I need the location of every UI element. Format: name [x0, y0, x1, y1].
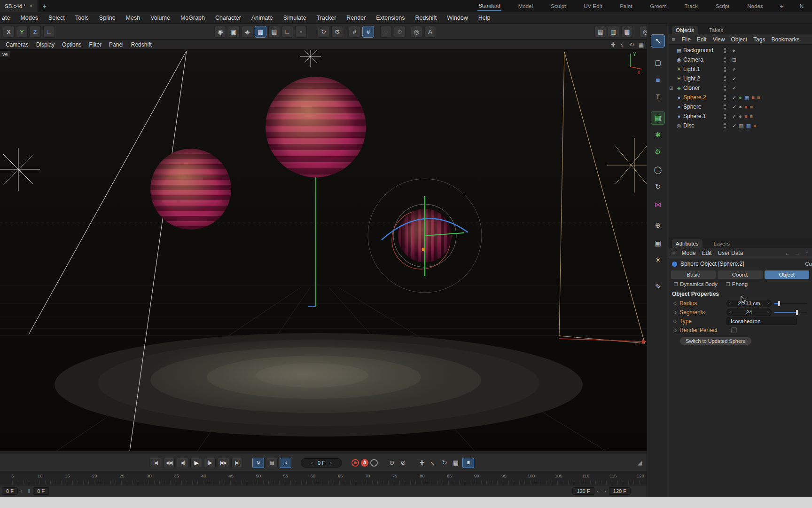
text-object-icon[interactable]: T	[651, 90, 665, 103]
menu-mesh[interactable]: Mesh	[126, 15, 141, 21]
camera-tag-icon[interactable]: ⊡	[732, 57, 736, 63]
loop-playback-icon[interactable]: ↻	[252, 458, 264, 468]
record-rotation-icon[interactable]: ↻	[440, 459, 449, 466]
add-layout-icon[interactable]: +	[780, 2, 784, 10]
axis-workplane-icon[interactable]: ↻	[651, 180, 665, 193]
axis-mode-icon[interactable]: ∟	[281, 26, 293, 38]
om-menu-file[interactable]: File	[682, 36, 691, 43]
check-tag-icon[interactable]: ✓	[732, 85, 736, 91]
document-tab[interactable]: SB.c4d * ×	[0, 0, 38, 12]
texture-tag-icon[interactable]: ■	[744, 113, 748, 119]
current-frame-field[interactable]: ‹ 0 F ›	[301, 458, 342, 468]
range-chevron-icon[interactable]: ›	[21, 488, 23, 494]
viewport-menu-options[interactable]: Options	[62, 41, 81, 48]
tab-attributes[interactable]: Attributes	[672, 239, 703, 248]
record-scale-icon[interactable]: ↔	[428, 457, 439, 468]
tab-basic[interactable]: Basic	[671, 270, 716, 279]
render-settings-icon[interactable]: ▦	[621, 26, 633, 38]
check-tag-icon[interactable]: ✓	[732, 66, 736, 72]
environment-icon[interactable]: ⊕	[651, 219, 665, 232]
render-picture-viewer-icon[interactable]: ▥	[608, 26, 619, 38]
texture-tag-icon[interactable]: ■	[750, 104, 753, 110]
keyframe-diamond-icon[interactable]: ◇	[673, 318, 679, 324]
am-menu-userdata[interactable]: User Data	[718, 250, 743, 256]
mograph-cloner-icon[interactable]: ✱	[651, 128, 665, 142]
antialias-icon[interactable]: A	[424, 26, 436, 38]
viewport-menu-cameras[interactable]: Cameras	[6, 41, 29, 48]
object-row-camera[interactable]: ◉ Camera ⊡	[668, 55, 812, 64]
record-ease-icon[interactable]: ⊘	[398, 459, 408, 466]
visibility-dots[interactable]	[723, 114, 727, 119]
object-row-light1[interactable]: ☀ Light.1 ✓	[668, 64, 812, 74]
deformer-icon[interactable]: ⋈	[651, 198, 665, 211]
lock-z-axis-button[interactable]: Z	[29, 26, 41, 38]
solo-mode-icon[interactable]: ◎	[411, 26, 422, 38]
menu-tools[interactable]: Tools	[75, 15, 89, 21]
menu-create[interactable]: ate	[2, 15, 10, 21]
record-parameter-icon[interactable]: ▤	[451, 459, 461, 466]
check-tag-icon[interactable]: ✓	[732, 123, 736, 129]
layout-model[interactable]: Model	[517, 1, 534, 11]
layout-sculpt[interactable]: Sculpt	[550, 1, 567, 11]
segments-field[interactable]: ‹ 24 ›	[726, 309, 772, 316]
tab-object[interactable]: Object	[765, 270, 809, 279]
sphere-object-selected[interactable]	[398, 209, 452, 262]
menu-help[interactable]: Help	[478, 15, 491, 21]
frame-increment-icon[interactable]: ›	[330, 460, 332, 466]
am-menu-mode[interactable]: Mode	[682, 250, 696, 256]
layout-uv-edit[interactable]: UV Edit	[583, 1, 603, 11]
menu-simulate[interactable]: Simulate	[283, 15, 306, 21]
stepper-right-icon[interactable]: ›	[767, 310, 769, 315]
sphere-object-large[interactable]	[265, 77, 366, 177]
previous-frame-button[interactable]: ◀|	[177, 458, 188, 468]
sphere-primitive-icon[interactable]: ◯	[651, 163, 665, 176]
menu-modes[interactable]: Modes	[20, 15, 38, 21]
goto-start-button[interactable]: |◀	[149, 458, 161, 468]
object-row-disc[interactable]: ◎ Disc ✓ ▨ ▦ ■	[668, 121, 812, 130]
phong-tag-icon[interactable]: ●	[739, 113, 742, 119]
viewport-menu-panel[interactable]: Panel	[109, 41, 124, 48]
previous-key-button[interactable]: ◀◀	[163, 458, 175, 468]
visibility-dots[interactable]	[723, 76, 727, 81]
switch-updated-sphere-button[interactable]: Switch to Updated Sphere	[679, 337, 752, 345]
om-menu-bookmarks[interactable]: Bookmarks	[771, 36, 799, 43]
close-tab-icon[interactable]: ×	[30, 3, 33, 9]
perspective-viewport[interactable]: Y X ve	[0, 50, 647, 451]
menu-render[interactable]: Render	[346, 15, 366, 21]
history-forward-icon[interactable]: →	[795, 250, 801, 256]
record-position-icon[interactable]: ✚	[417, 459, 427, 466]
check-tag-icon[interactable]: ✓	[732, 104, 736, 110]
history-up-icon[interactable]: ↑	[805, 250, 808, 256]
new-document-tab-icon[interactable]: +	[38, 2, 51, 10]
layout-track[interactable]: Track	[684, 1, 699, 11]
range-end-alt-field[interactable]: 120 F	[609, 487, 631, 495]
texture-tag-icon[interactable]: ■	[750, 113, 753, 119]
history-back-icon[interactable]: ←	[785, 250, 790, 256]
object-row-sphere1[interactable]: ● Sphere.1 ✓ ● ■ ■	[668, 111, 812, 121]
object-row-sphere2[interactable]: ● Sphere.2 ✓ ● ▦ ■ ■	[668, 93, 812, 102]
play-button[interactable]: ▶	[190, 458, 202, 468]
hamburger-menu-icon[interactable]: ≡	[672, 249, 676, 256]
type-dropdown[interactable]: Icosahedron	[726, 318, 797, 325]
snap-icon[interactable]: #	[349, 26, 360, 38]
texture-mode-icon[interactable]: ◈	[242, 26, 253, 38]
render-perfect-checkbox[interactable]	[731, 327, 737, 333]
range-start-alt-field[interactable]: 0 F	[33, 487, 49, 495]
menu-select[interactable]: Select	[48, 15, 65, 21]
range-handle-icon[interactable]: ‖	[28, 488, 31, 494]
model-mode-icon[interactable]: ▣	[228, 26, 240, 38]
om-menu-object[interactable]: Object	[731, 36, 747, 43]
object-row-background[interactable]: ▦ Background ●	[668, 46, 812, 55]
segments-slider[interactable]	[774, 309, 807, 316]
menu-window[interactable]: Window	[447, 15, 468, 21]
viewport-split-icon[interactable]: ▪	[295, 26, 307, 38]
menu-volume[interactable]: Volume	[150, 15, 170, 21]
visibility-dots[interactable]	[723, 104, 727, 110]
menu-spline[interactable]: Spline	[99, 15, 116, 21]
switch-view-icon[interactable]: ▦	[639, 41, 644, 48]
viewport-menu-filter[interactable]: Filter	[89, 41, 102, 48]
frame-decrement-icon[interactable]: ‹	[311, 460, 313, 466]
range-right-chevron-icon[interactable]: ›	[604, 488, 606, 494]
quantize-grid-icon[interactable]: #	[362, 26, 374, 38]
layout-script[interactable]: Script	[715, 1, 730, 11]
